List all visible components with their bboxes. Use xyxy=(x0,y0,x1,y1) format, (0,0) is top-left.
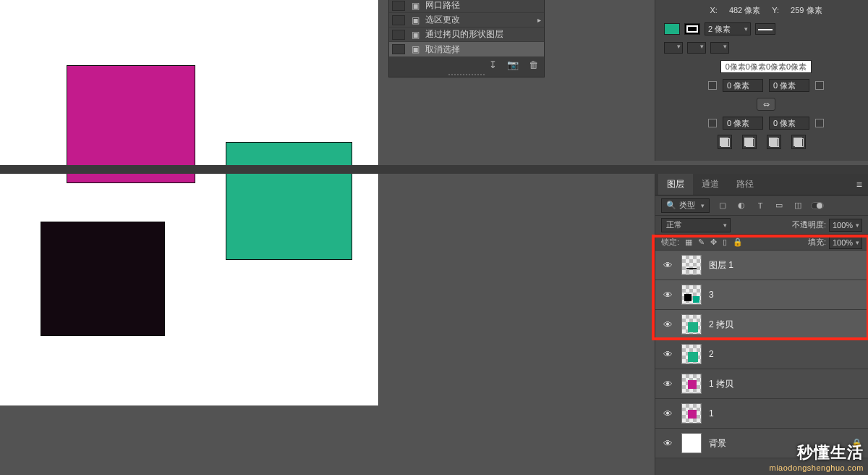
filter-type-icon[interactable]: T xyxy=(754,200,766,211)
layer-name[interactable]: 1 xyxy=(709,408,714,419)
layer-thumbnail[interactable] xyxy=(681,403,702,424)
corner-values[interactable]: 0像素0像素0像素0像素 xyxy=(720,60,812,73)
layer-row[interactable]: 👁2 xyxy=(655,340,868,369)
corner-bottom-left-chk[interactable] xyxy=(708,119,717,127)
corner-top-right-chk[interactable] xyxy=(815,81,824,90)
footer-icon-trash[interactable]: 🗑 xyxy=(529,59,538,70)
corner-bottom-right[interactable]: 0 像素 xyxy=(769,117,809,130)
layer-row[interactable]: 👁1 xyxy=(655,399,868,429)
layer-name[interactable]: 2 拷贝 xyxy=(709,319,733,331)
layer-name[interactable]: 2 xyxy=(709,349,714,359)
context-menu-item[interactable]: ▣网口路径 xyxy=(389,0,544,13)
layer-row[interactable]: 👁背景🔒 xyxy=(655,429,868,458)
tab-layers[interactable]: 图层 xyxy=(658,174,693,195)
layer-row[interactable]: 👁1 拷贝 xyxy=(655,369,868,399)
filter-toggle[interactable] xyxy=(811,202,824,209)
page-icon: ▣ xyxy=(409,15,421,25)
layer-row[interactable]: 👁图层 1 xyxy=(655,251,868,280)
lock-move-icon[interactable]: ✥ xyxy=(710,238,717,247)
corner-top-left-chk[interactable] xyxy=(708,81,717,90)
blend-mode-select[interactable]: 正常 xyxy=(661,218,731,232)
visibility-eye-icon[interactable]: 👁 xyxy=(661,290,674,300)
corner-bottom-right-chk[interactable] xyxy=(815,119,824,127)
context-menu-label: 通过拷贝的形状图层 xyxy=(425,28,534,41)
blend-row: 正常 不透明度: 100% xyxy=(655,216,868,235)
page-icon: ▣ xyxy=(409,30,421,40)
stroke-style-select[interactable] xyxy=(755,23,775,35)
pathfinder-unite[interactable] xyxy=(718,135,732,149)
context-menu-footer: ↧ 📷 🗑 xyxy=(389,56,544,72)
filter-adjust-icon[interactable]: ◐ xyxy=(736,200,747,211)
visibility-eye-icon[interactable]: 👁 xyxy=(661,260,674,271)
page-icon: ▣ xyxy=(409,1,421,11)
y-value[interactable]: 259 像素 xyxy=(791,5,822,16)
fill-swatch[interactable] xyxy=(664,23,680,35)
visibility-eye-icon[interactable]: 👁 xyxy=(661,379,674,390)
tab-channels[interactable]: 通道 xyxy=(693,174,728,195)
filter-type-select[interactable]: 🔍 类型 xyxy=(661,198,710,213)
stroke-width-select[interactable]: 2 像素 xyxy=(705,22,751,35)
checkbox-icon[interactable] xyxy=(392,30,405,40)
x-label: X: xyxy=(710,6,717,14)
context-menu-label: 网口路径 xyxy=(425,0,534,12)
stroke-swatch[interactable] xyxy=(684,23,700,35)
layers-list: 👁图层 1👁3👁2 拷贝👁2👁1 拷贝👁1👁背景🔒 xyxy=(655,251,868,458)
visibility-eye-icon[interactable]: 👁 xyxy=(661,438,674,449)
tab-paths[interactable]: 路径 xyxy=(728,174,762,195)
context-menu-grip[interactable] xyxy=(389,72,544,77)
visibility-eye-icon[interactable]: 👁 xyxy=(661,349,674,360)
align-select[interactable] xyxy=(710,42,729,54)
layer-name[interactable]: 图层 1 xyxy=(709,259,733,272)
layer-name[interactable]: 背景 xyxy=(709,437,726,450)
pathfinder-subtract[interactable] xyxy=(742,135,757,149)
layer-thumbnail[interactable] xyxy=(681,314,702,335)
corner-top-right[interactable]: 0 像素 xyxy=(769,79,809,92)
context-menu-item[interactable]: ▣选区更改▸ xyxy=(389,13,544,28)
lock-all-icon[interactable]: 🔒 xyxy=(733,238,743,247)
opacity-value[interactable]: 100% xyxy=(829,219,862,232)
filter-pixel-icon[interactable]: ▢ xyxy=(717,200,728,211)
layer-thumbnail[interactable] xyxy=(681,255,702,275)
layer-thumbnail[interactable] xyxy=(681,433,702,453)
footer-icon-download[interactable]: ↧ xyxy=(489,59,497,70)
visibility-eye-icon[interactable]: 👁 xyxy=(661,408,674,419)
context-menu-item[interactable]: ▣取消选择 xyxy=(389,42,544,56)
context-menu: ▣网口路径▣选区更改▸▣通过拷贝的形状图层▣取消选择 ↧ 📷 🗑 xyxy=(388,0,545,77)
pathfinder-exclude[interactable] xyxy=(791,135,806,149)
lock-transparent-icon[interactable]: ▦ xyxy=(685,238,692,247)
fill-label: 填充: xyxy=(808,237,826,248)
lock-artboard-icon[interactable]: ▯ xyxy=(723,238,727,247)
shape-dark-rect[interactable] xyxy=(41,222,165,336)
layer-name[interactable]: 1 拷贝 xyxy=(709,378,733,390)
filter-smart-icon[interactable]: ◫ xyxy=(792,200,804,211)
context-menu-label: 取消选择 xyxy=(425,43,534,56)
layer-row[interactable]: 👁3 xyxy=(655,280,868,310)
panel-menu-icon[interactable]: ≡ xyxy=(856,179,862,190)
layer-thumbnail[interactable] xyxy=(681,344,702,364)
fill-value[interactable]: 100% xyxy=(829,236,862,249)
x-value[interactable]: 482 像素 xyxy=(729,5,760,16)
visibility-eye-icon[interactable]: 👁 xyxy=(661,319,674,330)
layers-panel: 图层 通道 路径 ≡ 🔍 类型 ▢ ◐ T ▭ ◫ 正常 不透明度: 100% … xyxy=(655,174,868,475)
checkbox-icon[interactable] xyxy=(392,44,405,54)
checkbox-icon[interactable] xyxy=(392,15,405,25)
filter-shape-icon[interactable]: ▭ xyxy=(773,200,785,211)
layer-thumbnail[interactable] xyxy=(681,285,702,305)
shape-green-rect[interactable] xyxy=(226,142,352,260)
submenu-arrow-icon: ▸ xyxy=(534,16,544,24)
context-menu-item[interactable]: ▣通过拷贝的形状图层 xyxy=(389,28,544,42)
layer-row[interactable]: 👁2 拷贝 xyxy=(655,310,868,340)
properties-panel: X: 482 像素 Y: 259 像素 2 像素 0像素0像素0像素0像素 0 … xyxy=(655,0,868,161)
corner-top-left[interactable]: 0 像素 xyxy=(723,79,763,92)
join-select[interactable] xyxy=(687,42,706,54)
link-corners-button[interactable]: ⇔ xyxy=(757,98,775,111)
lock-paint-icon[interactable]: ✎ xyxy=(698,238,705,247)
pathfinder-intersect[interactable] xyxy=(767,135,781,149)
layer-thumbnail[interactable] xyxy=(681,374,702,394)
corner-bottom-left[interactable]: 0 像素 xyxy=(723,117,763,130)
footer-icon-camera[interactable]: 📷 xyxy=(507,59,519,70)
document-canvas[interactable] xyxy=(0,0,379,405)
cap-select[interactable] xyxy=(664,42,683,54)
checkbox-icon[interactable] xyxy=(392,1,405,11)
layer-name[interactable]: 3 xyxy=(709,290,714,300)
